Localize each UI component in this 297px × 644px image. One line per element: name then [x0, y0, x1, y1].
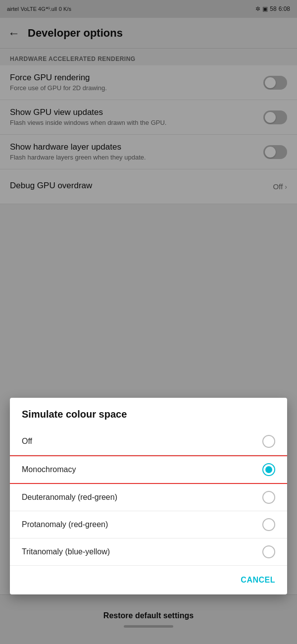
option-protanomaly-label: Protanomaly (red-green) — [22, 520, 108, 529]
dialog-actions: CANCEL — [10, 566, 287, 594]
radio-monochromacy[interactable] — [262, 463, 275, 476]
option-monochromacy-label: Monochromacy — [22, 465, 76, 474]
radio-protanomaly[interactable] — [262, 518, 275, 531]
option-protanomaly[interactable]: Protanomaly (red-green) — [10, 511, 287, 538]
simulate-colour-space-dialog: Simulate colour space Off Monochromacy D… — [10, 398, 287, 594]
option-off[interactable]: Off — [10, 428, 287, 455]
cancel-button[interactable]: CANCEL — [241, 572, 275, 589]
option-deuteranomaly-label: Deuteranomaly (red-green) — [22, 493, 117, 502]
option-off-label: Off — [22, 437, 32, 446]
option-tritanomaly[interactable]: Tritanomaly (blue-yellow) — [10, 538, 287, 566]
option-tritanomaly-label: Tritanomaly (blue-yellow) — [22, 547, 110, 556]
option-deuteranomaly[interactable]: Deuteranomaly (red-green) — [10, 484, 287, 511]
radio-off[interactable] — [262, 435, 275, 448]
option-monochromacy[interactable]: Monochromacy — [10, 455, 287, 484]
radio-tritanomaly[interactable] — [262, 545, 275, 558]
radio-deuteranomaly[interactable] — [262, 491, 275, 504]
dialog-title: Simulate colour space — [10, 398, 287, 428]
